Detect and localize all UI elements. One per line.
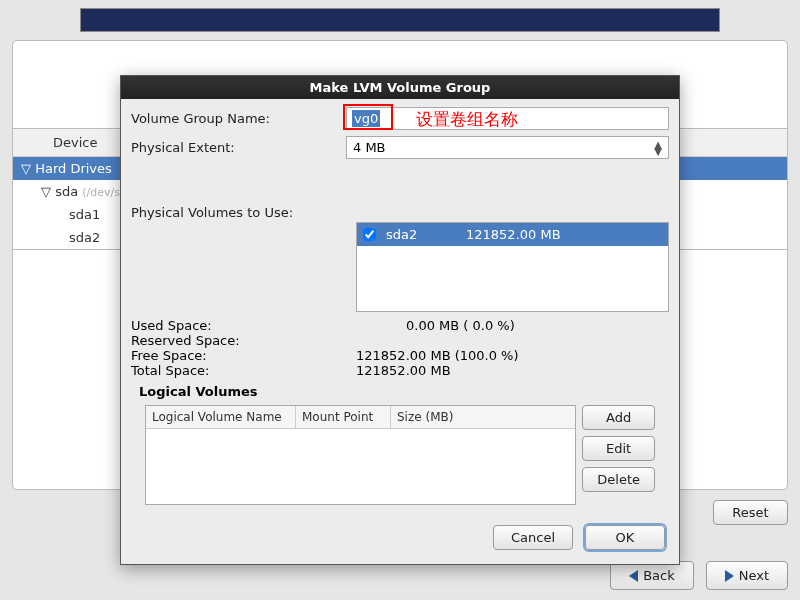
- back-button-label: Back: [643, 568, 675, 583]
- pv-item-size: 121852.00 MB: [466, 227, 561, 242]
- arrow-right-icon: [725, 570, 734, 582]
- cancel-button[interactable]: Cancel: [493, 525, 573, 550]
- make-lvm-dialog: Make LVM Volume Group Volume Group Name:…: [120, 75, 680, 565]
- lv-col-mount[interactable]: Mount Point: [296, 406, 391, 428]
- vg-name-input[interactable]: vg0: [346, 107, 669, 130]
- used-space-value: 0.00 MB ( 0.0 %): [356, 318, 515, 333]
- reset-button[interactable]: Reset: [713, 500, 788, 525]
- spinner-icon: ▲▼: [654, 141, 662, 155]
- next-button[interactable]: Next: [706, 561, 788, 590]
- pv-to-use-label: Physical Volumes to Use:: [131, 165, 346, 220]
- vg-name-value: vg0: [352, 110, 380, 127]
- free-space-value: 121852.00 MB (100.0 %): [356, 348, 519, 363]
- top-banner: [80, 8, 720, 32]
- pv-list[interactable]: sda2 121852.00 MB: [356, 222, 669, 312]
- arrow-left-icon: [629, 570, 638, 582]
- pv-item-name: sda2: [386, 227, 456, 242]
- physical-extent-value: 4 MB: [353, 140, 386, 155]
- total-space-value: 121852.00 MB: [356, 363, 451, 378]
- logical-volumes-table[interactable]: Logical Volume Name Mount Point Size (MB…: [145, 405, 576, 505]
- total-space-label: Total Space:: [131, 363, 356, 378]
- next-button-label: Next: [739, 568, 769, 583]
- ok-button[interactable]: OK: [585, 525, 665, 550]
- used-space-label: Used Space:: [131, 318, 356, 333]
- lv-col-size[interactable]: Size (MB): [391, 406, 575, 428]
- space-stats: Used Space:0.00 MB ( 0.0 %) Reserved Spa…: [131, 318, 669, 378]
- logical-volumes-heading: Logical Volumes: [139, 384, 669, 399]
- physical-extent-select[interactable]: 4 MB ▲▼: [346, 136, 669, 159]
- dialog-title: Make LVM Volume Group: [121, 76, 679, 99]
- lv-delete-button[interactable]: Delete: [582, 467, 655, 492]
- reserved-space-label: Reserved Space:: [131, 333, 356, 348]
- back-button[interactable]: Back: [610, 561, 694, 590]
- pv-item-sda2[interactable]: sda2 121852.00 MB: [357, 223, 668, 246]
- free-space-label: Free Space:: [131, 348, 356, 363]
- lv-table-header: Logical Volume Name Mount Point Size (MB…: [146, 406, 575, 429]
- vg-name-label: Volume Group Name:: [131, 111, 346, 126]
- wizard-footer: Back Next: [610, 561, 788, 590]
- lv-add-button[interactable]: Add: [582, 405, 655, 430]
- tree-sda-label: sda: [55, 184, 78, 199]
- pv-checkbox-sda2[interactable]: [363, 228, 376, 241]
- physical-extent-label: Physical Extent:: [131, 140, 346, 155]
- lv-edit-button[interactable]: Edit: [582, 436, 655, 461]
- lv-col-name[interactable]: Logical Volume Name: [146, 406, 296, 428]
